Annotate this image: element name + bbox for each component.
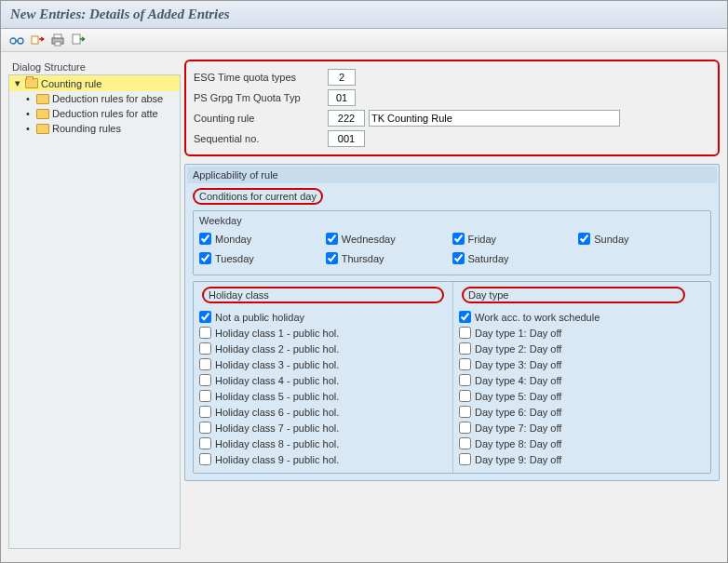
weekday-label: Tuesday [215,253,254,264]
weekday-checkbox[interactable] [452,233,465,245]
delimit-icon[interactable] [29,32,46,48]
weekday-label: Saturday [468,253,509,264]
tree-item-deduction-attendance[interactable]: • Deduction rules for atte [9,106,180,121]
weekday-label: Wednesday [342,234,396,245]
weekday-checkbox[interactable] [199,233,211,245]
tree-item-label: Rounding rules [52,123,121,134]
weekday-row: Wednesday [326,231,452,247]
conditions-title: Conditions for current day [193,188,323,205]
daytype-row: Day type 3: Day off [459,356,705,372]
folder-open-icon [25,78,38,88]
tree-item-label: Deduction rules for abse [52,93,163,104]
countrule-desc-input[interactable] [369,110,620,127]
weekday-label: Friday [468,234,497,245]
daytype-checkbox[interactable] [459,374,471,386]
weekday-title: Weekday [195,213,708,228]
weekday-checkbox[interactable] [578,233,590,245]
daytype-row: Day type 7: Day off [459,420,705,436]
applicability-title: Applicability of rule [187,167,717,183]
window-title: New Entries: Details of Added Entries [1,1,727,29]
daytype-label: Day type 2: Day off [475,343,561,355]
daytype-row: Day type 4: Day off [459,372,705,388]
countrule-label: Counting rule [194,113,324,124]
daytype-checkbox[interactable] [459,390,471,402]
holiday-checkbox[interactable] [199,311,211,323]
weekday-row: Monday [199,231,326,247]
holiday-checkbox[interactable] [199,453,211,465]
holiday-checkbox[interactable] [199,406,211,418]
daytype-col: Day type Work acc. to work scheduleDay t… [452,282,710,473]
daytype-checkbox[interactable] [459,406,471,418]
svg-rect-2 [32,36,38,44]
daytype-label: Day type 1: Day off [475,328,561,339]
tree-item-deduction-absence[interactable]: • Deduction rules for abse [9,91,180,106]
weekday-checkbox[interactable] [452,252,465,264]
seqno-label: Sequential no. [194,133,324,144]
folder-icon [36,124,49,134]
weekday-row: Sunday [578,231,705,247]
print-icon[interactable] [49,32,66,48]
holiday-row: Holiday class 9 - public hol. [199,451,447,467]
weekday-row: Friday [452,231,579,247]
glasses-icon[interactable] [8,32,25,48]
daytype-row: Day type 8: Day off [459,436,705,451]
holiday-checkbox[interactable] [199,390,211,402]
daytype-checkbox[interactable] [459,358,471,370]
seqno-input[interactable] [328,130,365,147]
esg-input[interactable] [328,69,356,86]
holiday-label: Holiday class 6 - public hol. [215,407,339,418]
weekday-checkbox[interactable] [326,233,338,245]
holiday-title: Holiday class [202,287,444,303]
weekday-checkbox[interactable] [326,252,338,264]
daytype-row: Day type 9: Day off [459,451,705,467]
holiday-row: Holiday class 6 - public hol. [199,404,447,420]
tree-item-counting-rule[interactable]: ▾ Counting rule [9,75,180,91]
daytype-checkbox[interactable] [459,327,471,339]
daytype-checkbox[interactable] [459,422,471,434]
holiday-checkbox[interactable] [199,374,211,386]
daytype-checkbox[interactable] [459,453,471,465]
daytype-checkbox[interactable] [459,311,471,323]
save-next-icon[interactable] [70,32,87,48]
weekday-label: Monday [215,234,251,245]
daytype-label: Day type 6: Day off [475,407,561,418]
countrule-code-input[interactable] [328,110,365,127]
holiday-checkbox[interactable] [199,422,211,434]
holiday-checkbox[interactable] [199,342,211,355]
dialog-structure-panel: Dialog Structure ▾ Counting rule • Deduc… [8,60,181,549]
daytype-checkbox[interactable] [459,437,471,449]
tree-item-label: Deduction rules for atte [52,108,158,119]
weekday-row: Tuesday [199,250,326,266]
daytype-label: Day type 7: Day off [475,422,561,434]
header-fields-frame: ESG Time quota types PS Grpg Tm Quota Ty… [184,60,720,156]
daytype-row: Day type 1: Day off [459,325,705,341]
holiday-label: Holiday class 4 - public hol. [215,375,339,386]
holiday-row: Holiday class 8 - public hol. [199,436,447,451]
holiday-row: Holiday class 2 - public hol. [199,341,447,356]
holiday-label: Holiday class 3 - public hol. [215,359,339,370]
weekday-group: Weekday MondayWednesdayFridaySundayTuesd… [193,210,711,275]
weekday-checkbox[interactable] [199,252,211,264]
applicability-group: Applicability of rule Conditions for cur… [184,164,720,481]
holiday-row: Holiday class 5 - public hol. [199,388,447,404]
holiday-checkbox[interactable] [199,327,211,339]
psgrp-label: PS Grpg Tm Quota Typ [194,92,324,103]
weekday-row: Thursday [326,250,452,266]
holiday-row: Holiday class 1 - public hol. [199,325,447,341]
daytype-label: Work acc. to work schedule [475,312,600,323]
svg-point-1 [18,38,23,44]
tree: ▾ Counting rule • Deduction rules for ab… [8,74,181,549]
holiday-row: Not a public holiday [199,309,447,325]
sidebar-title: Dialog Structure [8,60,181,74]
holiday-checkbox[interactable] [199,437,211,449]
daytype-checkbox[interactable] [459,342,471,355]
holiday-daytype-row: Holiday class Not a public holidayHolida… [193,281,711,474]
esg-label: ESG Time quota types [194,72,324,83]
daytype-row: Day type 6: Day off [459,404,705,420]
svg-rect-5 [55,42,61,46]
holiday-label: Holiday class 8 - public hol. [215,438,339,449]
tree-item-rounding-rules[interactable]: • Rounding rules [9,121,180,136]
holiday-checkbox[interactable] [199,358,211,370]
holiday-label: Holiday class 1 - public hol. [215,328,339,339]
psgrp-input[interactable] [328,89,356,106]
